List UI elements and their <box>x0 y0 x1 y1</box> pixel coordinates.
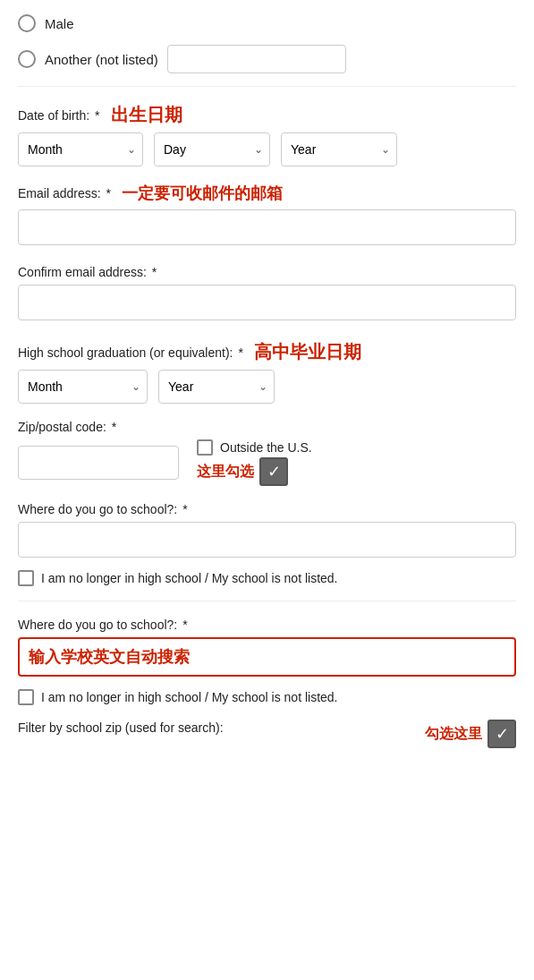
hs-grad-dropdowns: Month JanuaryFebruaryMarch AprilMayJune … <box>18 370 516 404</box>
hs-grad-annotation: 高中毕业日期 <box>254 340 361 364</box>
email-input[interactable] <box>18 209 516 245</box>
zip-label-row: Zip/postal code: * <box>18 420 516 434</box>
school2-input[interactable] <box>18 637 516 677</box>
no-longer-hs1-label: I am no longer in high school / My schoo… <box>41 571 338 585</box>
outside-us-group: Outside the U.S. 这里勾选 ✓ <box>197 439 312 486</box>
hs-grad-section: High school graduation (or equivalent): … <box>18 340 516 404</box>
school1-input[interactable] <box>18 522 516 558</box>
hs-year-wrap: Year 202420252026 ⌄ <box>158 370 275 404</box>
no-longer-hs2-checkbox[interactable] <box>18 689 34 705</box>
filter-section: Filter by school zip (used for search): … <box>18 720 516 748</box>
email-label-row: Email address: * 一定要可收邮件的邮箱 <box>18 183 516 204</box>
another-label: Another (not listed) <box>45 52 158 67</box>
no-longer-hs2-row: I am no longer in high school / My schoo… <box>18 689 516 705</box>
dob-year-wrap: Year 200620052004 ⌄ <box>281 132 397 166</box>
dob-day-wrap: Day 1234 567 ⌄ <box>154 132 270 166</box>
school1-label-row: Where do you go to school?: * <box>18 502 516 516</box>
hs-grad-label-row: High school graduation (or equivalent): … <box>18 340 516 364</box>
outside-us-checkbox[interactable] <box>197 439 213 456</box>
gender-male-row: Male <box>18 14 516 32</box>
hs-month-select[interactable]: Month JanuaryFebruaryMarch AprilMayJune … <box>18 370 148 404</box>
filter-annotation: 勾选这里 <box>425 725 482 744</box>
dob-year-select[interactable]: Year 200620052004 <box>281 132 397 166</box>
no-longer-hs2-label: I am no longer in high school / My schoo… <box>41 690 338 704</box>
another-text-input[interactable] <box>167 45 346 73</box>
no-longer-hs1-row: I am no longer in high school / My schoo… <box>18 570 516 586</box>
school1-section: Where do you go to school?: * <box>18 502 516 561</box>
outside-us-row: Outside the U.S. <box>197 439 312 456</box>
email-annotation: 一定要可收邮件的邮箱 <box>122 183 283 204</box>
school2-section: Where do you go to school?: * <box>18 618 516 680</box>
zip-annotation: 这里勾选 <box>197 463 254 481</box>
dob-month-select[interactable]: Month JanuaryFebruaryMarch AprilMayJune … <box>18 132 143 166</box>
male-radio[interactable] <box>18 14 36 32</box>
zip-check-icon: ✓ <box>259 457 288 486</box>
zip-label: Zip/postal code: * <box>18 420 116 434</box>
another-radio[interactable] <box>18 50 36 68</box>
confirm-email-label: Confirm email address: * <box>18 265 157 279</box>
gender-another-row: Another (not listed) <box>18 45 516 73</box>
school1-label: Where do you go to school?: * <box>18 502 188 516</box>
filter-label: Filter by school zip (used for search): <box>18 720 411 737</box>
dob-day-select[interactable]: Day 1234 567 <box>154 132 270 166</box>
hs-year-select[interactable]: Year 202420252026 <box>158 370 275 404</box>
zip-annotation-row: 这里勾选 ✓ <box>197 457 312 486</box>
filter-annotation-group: 勾选这里 ✓ <box>425 720 516 748</box>
zip-row: Outside the U.S. 这里勾选 ✓ <box>18 439 516 486</box>
no-longer-hs1-checkbox[interactable] <box>18 570 34 586</box>
school2-label: Where do you go to school?: * <box>18 618 188 632</box>
hs-month-wrap: Month JanuaryFebruaryMarch AprilMayJune … <box>18 370 148 404</box>
hs-grad-label: High school graduation (or equivalent): … <box>18 345 243 360</box>
outside-us-label: Outside the U.S. <box>220 440 312 455</box>
confirm-email-section: Confirm email address: * <box>18 265 516 324</box>
zip-section: Zip/postal code: * Outside the U.S. 这里勾选… <box>18 420 516 486</box>
dob-label-row: Date of birth: * 出生日期 <box>18 103 516 127</box>
dob-month-wrap: Month JanuaryFebruaryMarch AprilMayJune … <box>18 132 143 166</box>
zip-input[interactable] <box>18 446 179 480</box>
filter-check-icon: ✓ <box>487 720 516 748</box>
school2-label-row: Where do you go to school?: * <box>18 618 516 632</box>
email-section: Email address: * 一定要可收邮件的邮箱 <box>18 183 516 249</box>
dob-annotation: 出生日期 <box>111 103 182 127</box>
male-label: Male <box>45 16 74 31</box>
dob-dropdowns: Month JanuaryFebruaryMarch AprilMayJune … <box>18 132 516 166</box>
dob-label: Date of birth: * <box>18 108 100 123</box>
email-label: Email address: * <box>18 186 111 200</box>
confirm-email-label-row: Confirm email address: * <box>18 265 516 279</box>
dob-section: Date of birth: * 出生日期 Month JanuaryFebru… <box>18 103 516 166</box>
confirm-email-input[interactable] <box>18 285 516 320</box>
